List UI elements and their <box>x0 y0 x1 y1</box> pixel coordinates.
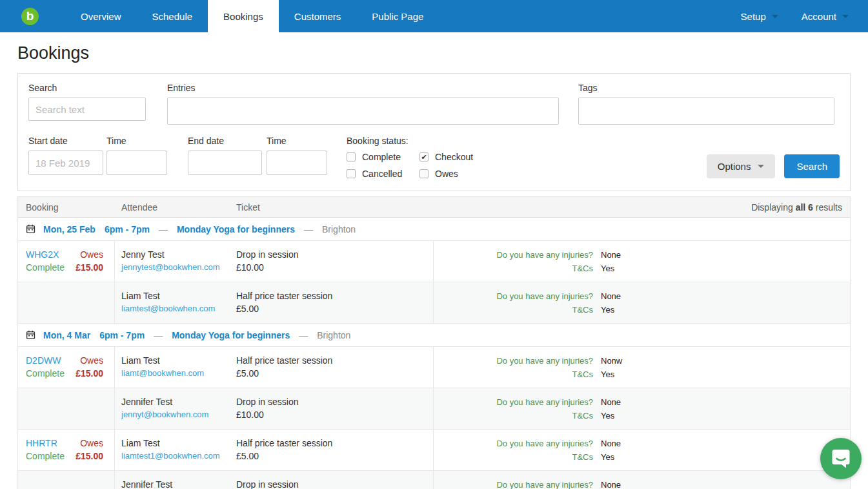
entries-input[interactable] <box>167 98 559 125</box>
attendee-email-link[interactable]: jennyt@bookwhen.com <box>121 408 230 421</box>
column-header-attendee: Attendee <box>115 202 230 213</box>
question-label: Do you have any injuries? <box>440 289 593 303</box>
status-checkbox-complete[interactable]: Complete <box>347 152 419 162</box>
options-button[interactable]: Options <box>707 154 776 178</box>
question-label: Do you have any injuries? <box>440 248 593 262</box>
attendee-cell: Liam Testliamtest1@bookwhen.com <box>115 430 230 470</box>
start-time-input[interactable] <box>106 151 167 175</box>
owes-label: Owes <box>80 437 103 450</box>
search-filter-panel: Search Entries Tags Start date Time End … <box>17 73 851 191</box>
end-time-input[interactable] <box>267 151 327 175</box>
booking-code-cell <box>18 471 115 489</box>
attendee-email-link[interactable]: liamtest1@bookwhen.com <box>121 450 230 463</box>
app-logo[interactable]: b <box>0 0 39 32</box>
search-label: Search <box>28 83 146 93</box>
checkbox-checked-icon[interactable]: ✔ <box>419 152 429 161</box>
question-label: Do you have any injuries? <box>440 354 593 368</box>
chevron-down-icon <box>772 15 778 18</box>
questions-cell: Do you have any injuries?NonwT&CsYes <box>434 347 850 388</box>
booking-code-cell: D2DWWOwesComplete£15.00 <box>18 347 115 388</box>
attendee-email-link[interactable]: jennytest@bookwhen.com <box>121 261 230 274</box>
event-time[interactable]: 6pm - 7pm <box>99 330 145 340</box>
booking-code-link[interactable]: HHRTR <box>26 437 57 450</box>
booking-attendee-row: HHRTROwesComplete£15.00Liam Testliamtest… <box>18 430 850 471</box>
end-date-input[interactable] <box>188 151 262 175</box>
nav-tab-public-page[interactable]: Public Page <box>356 0 439 32</box>
attendee-cell: Jennifer Test <box>115 471 230 489</box>
owed-amount: £15.00 <box>76 367 103 380</box>
results-count-summary: Displaying all 6 results <box>434 202 850 213</box>
attendee-cell: Jenny Testjennytest@bookwhen.com <box>115 241 230 282</box>
event-time[interactable]: 6pm - 7pm <box>105 224 150 234</box>
status-checkbox-owes[interactable]: Owes <box>419 169 492 179</box>
booking-attendee-row: Jennifer Testjennyt@bookwhen.comDrop in … <box>18 388 850 430</box>
booking-status-options: Complete✔CheckoutCancelledOwes <box>347 152 501 179</box>
top-nav: b Overview Schedule Bookings Customers P… <box>0 0 868 32</box>
event-link[interactable]: Monday Yoga for beginners <box>172 330 290 340</box>
questions-cell: Do you have any injuries?NoneT&CsYes <box>434 282 850 323</box>
status-checkbox-label: Complete <box>362 152 401 162</box>
attendee-name: Jenny Test <box>121 248 230 261</box>
bookwhen-logo-icon: b <box>21 8 39 25</box>
owes-label: Owes <box>80 354 103 367</box>
booking-code-link[interactable]: WHG2X <box>26 248 59 261</box>
status-checkbox-checkout[interactable]: ✔Checkout <box>419 152 492 162</box>
question-label: Do you have any injuries? <box>440 395 593 409</box>
nav-tab-overview[interactable]: Overview <box>65 0 137 32</box>
attendee-cell: Jennifer Testjennyt@bookwhen.com <box>115 388 230 429</box>
setup-menu[interactable]: Setup <box>741 11 778 22</box>
search-button[interactable]: Search <box>784 154 840 178</box>
booking-status: Complete <box>26 261 65 274</box>
entries-field-group: Entries <box>167 83 559 125</box>
ticket-name: Half price taster session <box>236 354 433 367</box>
status-checkbox-label: Checkout <box>435 152 473 162</box>
ticket-cell: Drop in session£10.00 <box>230 388 434 429</box>
booking-status-group: Booking status: Complete✔CheckoutCancell… <box>347 136 501 179</box>
nav-tab-schedule[interactable]: Schedule <box>137 0 208 32</box>
booking-status: Complete <box>26 367 65 380</box>
question-answer: None <box>601 395 842 409</box>
question-label: Do you have any injuries? <box>440 478 593 489</box>
ticket-cell: Half price taster session£5.00 <box>230 430 434 470</box>
separator-dash: — <box>154 330 163 340</box>
event-date[interactable]: Mon, 4 Mar <box>43 330 90 340</box>
status-checkbox-cancelled[interactable]: Cancelled <box>347 169 419 179</box>
question-answer: Yes <box>601 368 842 381</box>
checkbox-unchecked-icon[interactable] <box>347 169 356 178</box>
column-header-booking: Booking <box>18 202 115 213</box>
chat-launcher-button[interactable] <box>820 438 862 479</box>
start-date-input[interactable] <box>28 151 103 175</box>
results-table: Booking Attendee Ticket Displaying all 6… <box>17 196 851 489</box>
question-label: T&Cs <box>440 409 593 422</box>
checkbox-unchecked-icon[interactable] <box>419 169 429 178</box>
ticket-cell: Half price taster session£5.00 <box>230 347 434 388</box>
event-date[interactable]: Mon, 25 Feb <box>43 224 96 234</box>
results-table-header: Booking Attendee Ticket Displaying all 6… <box>18 197 850 218</box>
attendee-name: Jennifer Test <box>121 478 230 489</box>
attendee-name: Liam Test <box>121 289 230 302</box>
questions-cell: Do you have any injuries?None <box>434 471 850 489</box>
owed-amount: £15.00 <box>76 261 103 274</box>
event-link[interactable]: Monday Yoga for beginners <box>177 224 295 234</box>
event-group-header: Mon, 25 Feb6pm - 7pm—Monday Yoga for beg… <box>18 218 850 241</box>
start-date-label: Start date <box>28 136 103 146</box>
ticket-cell: Half price taster session£5.00 <box>230 282 434 323</box>
entries-label: Entries <box>167 83 559 93</box>
main-nav-tabs: Overview Schedule Bookings Customers Pub… <box>65 0 439 32</box>
tags-input[interactable] <box>578 98 834 125</box>
nav-right-menus: Setup Account <box>741 0 868 32</box>
account-menu[interactable]: Account <box>802 11 849 22</box>
booking-code-link[interactable]: D2DWW <box>26 354 61 367</box>
question-label: T&Cs <box>440 368 593 381</box>
attendee-email-link[interactable]: liamtest@bookwhen.com <box>121 302 230 315</box>
question-answer: Yes <box>601 303 842 317</box>
nav-tab-bookings[interactable]: Bookings <box>208 0 279 32</box>
attendee-email-link[interactable]: liamt@bookwhen.com <box>121 367 230 380</box>
search-input[interactable] <box>28 98 146 121</box>
question-answer: Yes <box>601 450 842 464</box>
tags-field-group: Tags <box>578 83 840 125</box>
attendee-name: Liam Test <box>121 437 230 450</box>
booking-code-cell: HHRTROwesComplete£15.00 <box>18 430 115 470</box>
checkbox-unchecked-icon[interactable] <box>347 152 356 161</box>
nav-tab-customers[interactable]: Customers <box>279 0 357 32</box>
